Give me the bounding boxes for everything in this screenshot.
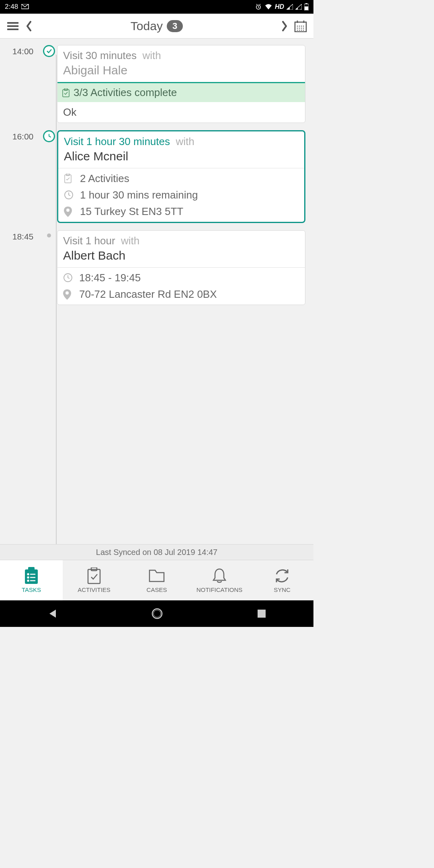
visit-person: Abigail Hale — [63, 63, 299, 77]
visit-row: 18:45 Visit 1 hour with Albert Bach 18:4… — [5, 230, 305, 305]
count-badge: 3 — [167, 20, 183, 32]
svg-point-20 — [297, 29, 298, 31]
svg-point-13 — [299, 25, 300, 27]
svg-point-15 — [303, 25, 304, 27]
battery-icon — [304, 3, 309, 10]
clipboard-icon — [64, 174, 74, 184]
check-circle-icon — [43, 45, 55, 57]
with-label: with — [121, 235, 139, 247]
svg-rect-9 — [295, 22, 306, 32]
visit-address: 15 Turkey St EN3 5TT — [80, 205, 183, 218]
svg-point-31 — [66, 291, 69, 295]
activity-complete-banner: 3/3 Activities complete — [57, 82, 305, 102]
sync-icon — [273, 568, 291, 584]
timeline: 14:00 Visit 30 minutes with Abigail Hale… — [0, 39, 313, 544]
visit-note: Ok — [57, 102, 305, 123]
visit-time: 16:00 — [5, 130, 41, 141]
bottom-nav: TASKS ACTIVITIES CASES NOTIFICATIONS SYN… — [0, 560, 313, 600]
tab-label: TASKS — [22, 586, 41, 593]
dot-marker-icon — [47, 233, 51, 237]
cases-icon — [148, 568, 166, 584]
sync-status-text: Last Synced on 08 Jul 2019 14:47 — [96, 548, 217, 557]
activities-count: 2 Activities — [80, 172, 129, 185]
svg-rect-5 — [305, 6, 308, 10]
tab-notifications[interactable]: NOTIFICATIONS — [188, 560, 251, 600]
svg-text:x: x — [300, 8, 302, 10]
svg-point-36 — [28, 577, 29, 578]
timeline-connector — [56, 55, 57, 544]
svg-point-22 — [301, 29, 302, 31]
svg-point-17 — [299, 27, 300, 29]
svg-point-21 — [299, 29, 300, 31]
clock-icon — [63, 273, 74, 283]
visit-row: 14:00 Visit 30 minutes with Abigail Hale… — [5, 45, 305, 123]
svg-rect-4 — [305, 3, 307, 4]
status-time: 2:48 — [5, 3, 18, 11]
clock-icon — [64, 190, 74, 201]
svg-point-42 — [152, 609, 162, 618]
page-title: Today — [131, 19, 163, 33]
with-label: with — [176, 135, 194, 147]
tab-activities[interactable]: ACTIVITIES — [63, 560, 125, 600]
tab-tasks[interactable]: TASKS — [0, 560, 63, 600]
wifi-icon — [264, 4, 272, 10]
hd-label: HD — [275, 3, 284, 10]
visit-time: 18:45 — [5, 230, 41, 242]
svg-point-29 — [66, 209, 70, 212]
time-remaining: 1 hour 30 mins remaining — [80, 189, 198, 201]
alarm-icon — [255, 3, 262, 10]
tab-label: CASES — [147, 586, 167, 593]
svg-point-18 — [301, 27, 302, 29]
tasks-icon — [23, 568, 39, 584]
svg-rect-40 — [88, 569, 100, 583]
tab-label: SYNC — [274, 586, 291, 593]
visit-card[interactable]: Visit 30 minutes with Abigail Hale 3/3 A… — [57, 45, 305, 123]
svg-point-16 — [297, 27, 298, 29]
svg-rect-33 — [28, 567, 35, 570]
svg-point-43 — [154, 610, 161, 617]
visit-row: 16:00 Visit 1 hour 30 minutes with Alice… — [5, 130, 305, 223]
svg-point-14 — [301, 25, 302, 27]
tab-label: ACTIVITIES — [78, 586, 111, 593]
visit-time-window: 18:45 - 19:45 — [79, 272, 141, 284]
location-icon — [64, 207, 74, 217]
tab-sync[interactable]: SYNC — [251, 560, 313, 600]
visit-title: Visit 1 hour — [63, 235, 115, 247]
bell-icon — [212, 568, 227, 584]
next-day-button[interactable] — [276, 18, 293, 34]
svg-rect-32 — [25, 569, 38, 584]
calendar-icon[interactable] — [293, 18, 309, 34]
header-bar: Today 3 — [0, 14, 313, 39]
clock-circle-icon — [43, 130, 55, 142]
visit-card[interactable]: Visit 1 hour with Albert Bach 18:45 - 19… — [57, 230, 305, 305]
nav-back-button[interactable] — [47, 608, 57, 619]
activities-status-text: 3/3 Activities complete — [74, 86, 177, 99]
visit-title: Visit 30 minutes — [63, 49, 137, 61]
clipboard-check-icon — [62, 88, 70, 97]
nav-recent-button[interactable] — [257, 609, 266, 618]
device-status-bar: 2:48 HD x — [0, 0, 313, 14]
menu-icon[interactable] — [5, 18, 21, 34]
visit-address: 70-72 Lancaster Rd EN2 0BX — [79, 288, 217, 301]
email-icon — [21, 4, 29, 10]
signal-icon-2: x — [295, 4, 302, 10]
nav-home-button[interactable] — [151, 608, 163, 620]
visit-title: Visit 1 hour 30 minutes — [64, 135, 170, 147]
with-label: with — [143, 49, 161, 61]
svg-rect-44 — [258, 610, 266, 618]
visit-time: 14:00 — [5, 45, 41, 56]
visit-person: Albert Bach — [63, 249, 299, 262]
prev-day-button[interactable] — [21, 18, 37, 34]
svg-point-23 — [303, 29, 304, 31]
visit-person: Alice Mcneil — [64, 149, 299, 163]
svg-point-38 — [28, 580, 29, 581]
tab-cases[interactable]: CASES — [125, 560, 188, 600]
svg-point-19 — [303, 27, 304, 29]
activities-icon — [87, 568, 101, 584]
svg-point-12 — [297, 25, 298, 27]
svg-point-34 — [28, 573, 29, 575]
tab-label: NOTIFICATIONS — [197, 586, 243, 593]
visit-card-active[interactable]: Visit 1 hour 30 minutes with Alice Mcnei… — [57, 130, 305, 223]
location-icon — [63, 289, 74, 300]
android-nav-bar — [0, 600, 313, 627]
